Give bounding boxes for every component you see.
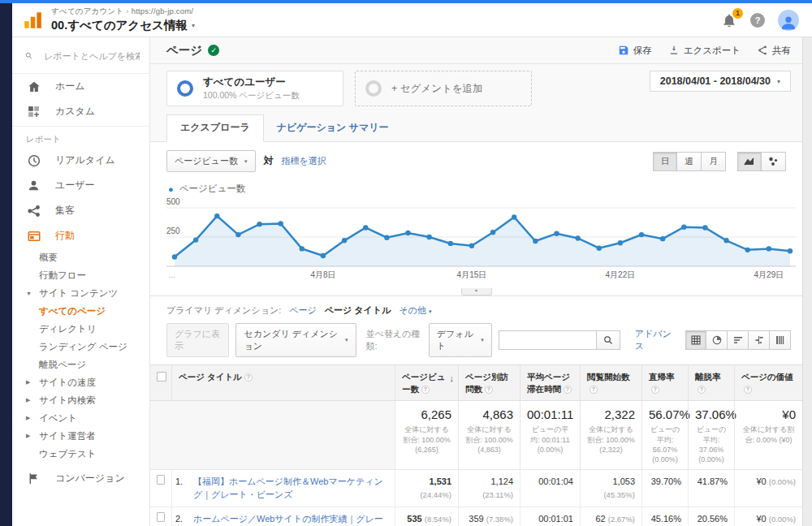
- segment-card-all-users[interactable]: すべてのユーザー 100.00% ページビュー数: [166, 71, 343, 106]
- sidebar-item-behavior[interactable]: 行動: [12, 223, 149, 248]
- view-pivot-button[interactable]: [770, 330, 791, 350]
- table-view-group: [685, 330, 791, 350]
- cell-exit-rate: 41.87%: [698, 476, 728, 486]
- chart-collapse-handle[interactable]: ▾: [461, 288, 492, 295]
- th-entrances[interactable]: 閲覧開始数?: [580, 365, 641, 400]
- breadcrumb-property[interactable]: https://gb-jp.com/: [132, 6, 193, 15]
- th-avg-time[interactable]: 平均ページ滞在時間?: [520, 365, 580, 400]
- sidebar-item-all-pages[interactable]: すべてのページ: [12, 302, 149, 320]
- sidebar-item-custom[interactable]: カスタム: [12, 99, 149, 124]
- page-title-link[interactable]: 【福岡】ホームページ制作＆Webマーケティング｜グレート・ビーンズ: [193, 475, 388, 502]
- th-exit-rate[interactable]: 離脱率?: [688, 365, 734, 400]
- sidebar-item-experiments[interactable]: ウェブテスト: [12, 445, 149, 463]
- sidebar-item-label: すべてのページ: [39, 305, 106, 317]
- summary-sub: ビューの平均: 00:01:11 (0.00%): [527, 425, 573, 454]
- notifications-button[interactable]: 1: [721, 12, 737, 28]
- th-pageviews[interactable]: ページビュー数?↓: [395, 365, 458, 400]
- secondary-dimension-dropdown[interactable]: セカンダリ ディメンション ▾: [235, 323, 356, 357]
- sort-type-dropdown[interactable]: デフォルト ▾: [429, 323, 492, 357]
- sidebar-item-conversions[interactable]: コンバージョン: [12, 466, 149, 491]
- sidebar-item-audience[interactable]: ユーザー: [12, 173, 149, 198]
- sidebar-item-overview[interactable]: 概要: [12, 248, 149, 266]
- granularity-week-button[interactable]: 週: [677, 152, 702, 171]
- sidebar-item-exit-pages[interactable]: 離脱ページ: [12, 356, 149, 373]
- page-title-link[interactable]: ホームページ／Webサイトの制作実績｜グレート・ビーンズ（福岡市中央区）: [193, 512, 388, 526]
- view-comparison-button[interactable]: [749, 330, 770, 350]
- share-button[interactable]: 共有: [757, 45, 791, 57]
- th-page-title[interactable]: ページ タイトル?: [171, 365, 395, 400]
- help-tooltip-icon[interactable]: ?: [698, 386, 706, 394]
- help-tooltip-icon[interactable]: ?: [421, 386, 430, 394]
- th-bounce-rate[interactable]: 直帰率?: [641, 365, 688, 400]
- sidebar-item-directory[interactable]: ディレクトリ: [12, 320, 149, 338]
- sidebar-item-label: サイト コンテンツ: [39, 287, 118, 300]
- sidebar-item-label: サイト内検索: [39, 394, 96, 407]
- select-all-checkbox[interactable]: [157, 372, 166, 382]
- sidebar-item-site-speed[interactable]: ▶サイトの速度: [12, 373, 149, 391]
- google-analytics-logo[interactable]: [22, 10, 43, 31]
- advanced-filter-link[interactable]: アドバンス: [635, 328, 674, 352]
- date-range-value: 2018/04/01 - 2018/04/30: [660, 75, 771, 87]
- dimension-other-link[interactable]: その他 ▾: [399, 304, 431, 317]
- motion-chart-icon: [768, 157, 779, 166]
- flag-icon: [26, 471, 41, 486]
- sidebar-item-events[interactable]: ▶イベント: [12, 409, 149, 427]
- help-tooltip-icon[interactable]: ?: [651, 386, 659, 394]
- motion-chart-button[interactable]: [762, 152, 786, 171]
- help-tooltip-icon[interactable]: ?: [244, 373, 253, 382]
- date-range-selector[interactable]: 2018/04/01 - 2018/04/30 ▾: [650, 71, 791, 92]
- row-checkbox[interactable]: [157, 475, 165, 485]
- dimension-page-link[interactable]: ページ: [289, 304, 317, 317]
- triangle-right-icon: ▶: [26, 433, 39, 439]
- sidebar-item-label: ランディング ページ: [39, 341, 127, 353]
- secondary-dimension-label: セカンダリ ディメンション: [244, 328, 339, 352]
- select-metric-link[interactable]: 指標を選択: [282, 155, 326, 167]
- granularity-month-button[interactable]: 月: [702, 152, 726, 171]
- add-segment-button[interactable]: + セグメントを追加: [355, 71, 532, 106]
- sidebar-item-acquisition[interactable]: 集客: [12, 198, 149, 223]
- table-row: 1.【福岡】ホームページ制作＆Webマーケティング｜グレート・ビーンズ 1,53…: [150, 470, 802, 507]
- svg-text:4月22日: 4月22日: [606, 270, 636, 279]
- svg-text:4月29日: 4月29日: [754, 270, 784, 279]
- export-button[interactable]: エクスポート: [668, 45, 741, 57]
- view-selector[interactable]: 00.すべてのアクセス情報 ▾: [51, 18, 721, 33]
- dimension-page-title-selected[interactable]: ページ タイトル: [325, 304, 391, 317]
- breadcrumb-account[interactable]: すべてのアカウント: [51, 6, 123, 15]
- scrollbar-gutter[interactable]: [802, 37, 812, 526]
- sidebar-item-site-search[interactable]: ▶サイト内検索: [12, 391, 149, 409]
- view-performance-button[interactable]: [728, 330, 749, 350]
- save-button[interactable]: 保存: [618, 45, 652, 57]
- svg-text:4月15日: 4月15日: [457, 270, 487, 279]
- sidebar-search[interactable]: [12, 37, 149, 74]
- help-tooltip-icon[interactable]: ?: [590, 386, 598, 394]
- line-chart-button[interactable]: [737, 152, 762, 171]
- sidebar-item-realtime[interactable]: リアルタイム: [12, 148, 149, 173]
- chart-type-group: [737, 152, 786, 171]
- avatar[interactable]: [778, 10, 799, 31]
- table-search-input[interactable]: [499, 330, 596, 350]
- table-search-button[interactable]: [596, 330, 620, 350]
- cell-bounce-rate: 39.70%: [651, 476, 681, 486]
- metric-dropdown[interactable]: ページビュー数 ▾: [166, 150, 256, 172]
- breadcrumb[interactable]: すべてのアカウント›https://gb-jp.com/: [51, 6, 721, 17]
- tab-explorer[interactable]: エクスプローラ: [166, 114, 264, 142]
- help-tooltip-icon[interactable]: ?: [485, 386, 493, 394]
- th-page-value[interactable]: ページの価値?: [734, 365, 802, 400]
- help-tooltip-icon[interactable]: ?: [564, 386, 572, 394]
- sidebar-item-behavior-flow[interactable]: 行動フロー: [12, 266, 149, 284]
- sidebar-item-home[interactable]: ホーム: [12, 74, 149, 99]
- help-button[interactable]: ?: [750, 13, 765, 28]
- view-table-button[interactable]: [685, 330, 706, 350]
- sidebar-item-landing-pages[interactable]: ランディング ページ: [12, 338, 149, 356]
- summary-pageviews: 6,265: [402, 407, 451, 421]
- help-tooltip-icon[interactable]: ?: [744, 386, 752, 394]
- sidebar-item-site-content[interactable]: ▼サイト コンテンツ: [12, 284, 149, 302]
- row-checkbox[interactable]: [157, 512, 165, 522]
- view-percentage-button[interactable]: [706, 330, 728, 350]
- tab-navigation-summary[interactable]: ナビゲーション サマリー: [264, 115, 402, 141]
- sidebar-item-publisher[interactable]: ▶サイト運営者: [12, 427, 149, 445]
- dimension-other-label: その他: [399, 305, 426, 315]
- th-unique-pageviews[interactable]: ページ別訪問数?: [458, 365, 520, 400]
- granularity-day-button[interactable]: 日: [653, 152, 677, 171]
- sidebar-search-input[interactable]: [44, 51, 140, 61]
